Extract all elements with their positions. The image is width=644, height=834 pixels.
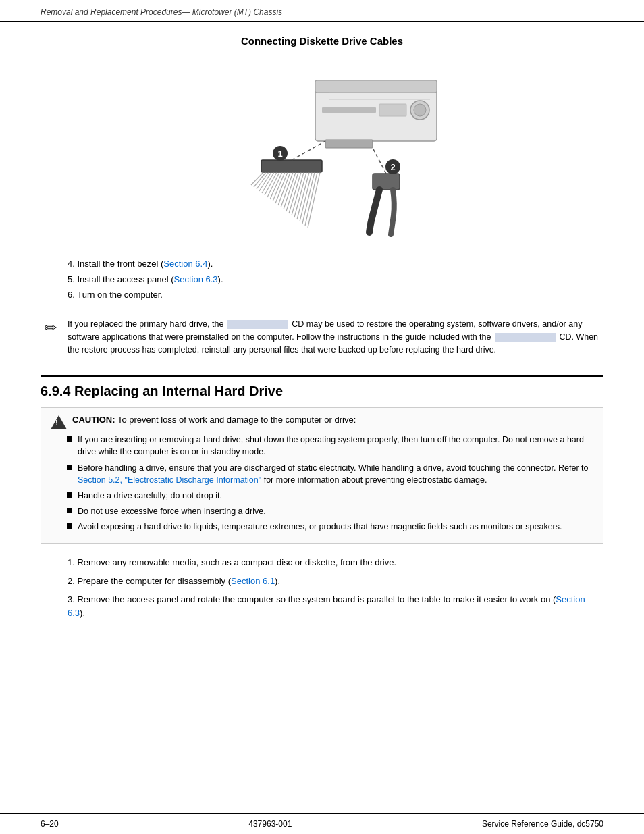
step-6: 6. Turn on the computer.	[68, 290, 603, 300]
svg-line-32	[292, 141, 325, 160]
replace-step-2-text: 2. Prepare the computer for disassembly …	[68, 576, 280, 586]
caution-triangle-icon	[51, 415, 67, 429]
blank-2	[495, 333, 556, 342]
diagram-area: 1 2	[41, 60, 603, 242]
bullet-icon-1	[67, 436, 72, 442]
caution-label-text: CAUTION: To prevent loss of work and dam…	[72, 415, 356, 425]
caution-item-1-text: If you are inserting or removing a hard …	[78, 434, 593, 458]
note-box: ✏ If you replaced the primary hard drive…	[41, 311, 603, 363]
section-5-2-link[interactable]: Section 5.2, "Electrostatic Discharge In…	[78, 475, 261, 485]
note-text: If you replaced the primary hard drive, …	[68, 318, 603, 356]
section1-title: Connecting Diskette Drive Cables	[41, 35, 603, 47]
replace-step-3: 3. Remove the access panel and rotate th…	[68, 593, 603, 619]
replace-step-3-text: 3. Remove the access panel and rotate th…	[68, 594, 585, 618]
section-6-1-link[interactable]: Section 6.1	[231, 576, 275, 586]
replacing-steps-list: 1. Remove any removable media, such as a…	[68, 556, 603, 619]
replace-step-2: 2. Prepare the computer for disassembly …	[68, 575, 603, 588]
blank-1	[227, 320, 288, 329]
svg-rect-8	[325, 140, 373, 148]
bullet-icon-2	[67, 465, 72, 470]
svg-rect-9	[261, 160, 322, 172]
caution-item-5-text: Avoid exposing a hard drive to liquids, …	[78, 521, 562, 533]
caution-item-4: Do not use excessive force when insertin…	[67, 505, 593, 517]
connecting-steps-list: 4. Install the front bezel (Section 6.4)…	[68, 259, 603, 300]
caution-item-2: Before handling a drive, ensure that you…	[67, 462, 593, 486]
header-text: Removal and Replacement Procedures— Micr…	[41, 7, 282, 17]
footer-left: 6–20	[41, 819, 59, 829]
section-6-4-link[interactable]: Section 6.4	[163, 259, 207, 269]
diskette-drive-diagram: 1 2	[180, 60, 464, 242]
caution-item-2-text: Before handling a drive, ensure that you…	[78, 462, 593, 486]
section-6-3-link-2[interactable]: Section 6.3	[68, 594, 585, 618]
caution-bold: CAUTION:	[72, 415, 115, 425]
caution-item-3: Handle a drive carefully; do not drop it…	[67, 490, 593, 502]
step-5-text: 5. Install the access panel (Section 6.3…	[68, 274, 223, 284]
svg-rect-4	[322, 107, 376, 113]
svg-text:2: 2	[390, 162, 395, 172]
page-footer: 6–20 437963-001 Service Reference Guide,…	[0, 813, 644, 834]
bullet-icon-4	[67, 508, 72, 513]
svg-rect-35	[373, 174, 400, 190]
replace-step-1-text: 1. Remove any removable media, such as a…	[68, 557, 396, 567]
caution-items-list: If you are inserting or removing a hard …	[67, 434, 593, 533]
caution-item-4-text: Do not use excessive force when insertin…	[78, 505, 266, 517]
step-4-text: 4. Install the front bezel (Section 6.4)…	[68, 259, 213, 269]
footer-right: Service Reference Guide, dc5750	[482, 819, 603, 829]
bullet-icon-3	[67, 492, 72, 498]
svg-point-6	[414, 104, 426, 116]
section-6-3-link-1[interactable]: Section 6.3	[174, 274, 218, 284]
svg-text:1: 1	[277, 149, 282, 159]
section2-heading: 6.9.4 Replacing an Internal Hard Drive	[41, 375, 603, 399]
caution-item-3-text: Handle a drive carefully; do not drop it…	[78, 490, 222, 502]
caution-header: CAUTION: To prevent loss of work and dam…	[51, 415, 593, 429]
note-icon: ✏	[41, 319, 61, 337]
svg-rect-7	[379, 104, 406, 116]
caution-item-1: If you are inserting or removing a hard …	[67, 434, 593, 458]
svg-line-36	[373, 148, 386, 174]
footer-center: 437963-001	[248, 819, 292, 829]
replace-step-1: 1. Remove any removable media, such as a…	[68, 556, 603, 569]
bullet-icon-5	[67, 523, 72, 529]
caution-item-5: Avoid exposing a hard drive to liquids, …	[67, 521, 593, 533]
step-4: 4. Install the front bezel (Section 6.4)…	[68, 259, 603, 269]
step-6-text: 6. Turn on the computer.	[68, 290, 163, 300]
svg-rect-1	[315, 80, 437, 93]
step-5: 5. Install the access panel (Section 6.3…	[68, 274, 603, 284]
caution-box: CAUTION: To prevent loss of work and dam…	[41, 407, 603, 544]
